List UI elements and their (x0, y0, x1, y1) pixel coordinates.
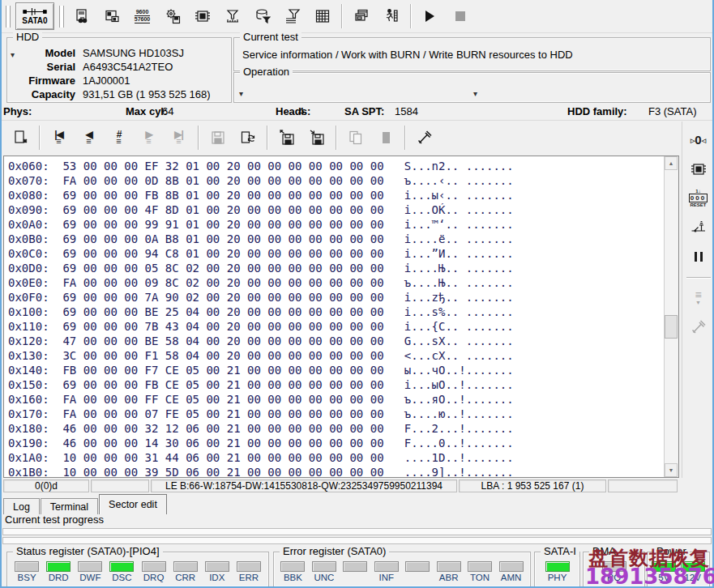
settings-button[interactable] (157, 2, 187, 31)
register-lamp: IDX (205, 561, 229, 582)
register-lamp: 5V (652, 561, 676, 582)
lamp-indicator (374, 561, 399, 572)
hex-row[interactable]: 0x180: 46 00 00 00 32 12 06 00 21 00 00 … (8, 421, 678, 436)
hex-row[interactable]: 0x090: 69 00 00 00 4F 8D 01 00 20 00 00 … (8, 202, 678, 217)
toolbar-grip[interactable] (6, 6, 11, 28)
utility-select-button[interactable] (97, 2, 127, 31)
lamp-label: TON (470, 573, 490, 582)
hex-row[interactable]: 0x080: 69 00 00 00 FB 8B 01 00 20 00 00 … (8, 188, 678, 202)
sector-object-icon (12, 130, 28, 146)
hdd-port-combo-arrow[interactable] (11, 48, 22, 58)
tools-icon (417, 130, 433, 146)
hex-row[interactable]: 0x190: 46 00 00 00 14 30 06 00 21 00 00 … (8, 436, 678, 450)
passport-icon (75, 8, 91, 24)
scroll-up-button[interactable] (665, 156, 678, 170)
lamp-label: PHY (548, 573, 567, 582)
hex-row[interactable]: 0x0C0: 69 00 00 00 94 C8 01 00 20 00 00 … (8, 246, 678, 261)
prev-sector-button[interactable]: ◀≡ (74, 123, 104, 152)
hex-row[interactable]: 0x1B0: 10 00 00 00 39 5D 06 00 21 00 00 … (8, 465, 678, 478)
toolbar-grip[interactable] (59, 6, 64, 28)
drive-power-button[interactable] (686, 215, 712, 240)
paste-icon (378, 130, 394, 146)
status-segment: 0(0)d (3, 479, 89, 492)
next-sector-button: ▶≡ (134, 123, 164, 152)
lamp-indicator (405, 561, 430, 572)
hex-row[interactable]: 0x140: FB 00 00 00 F7 CE 05 00 21 00 00 … (8, 363, 678, 377)
hex-row[interactable]: 0x110: 69 00 00 00 7B 43 04 00 20 00 00 … (8, 319, 678, 334)
hex-row[interactable]: 0x130: 3C 00 00 00 F1 58 04 00 20 00 00 … (8, 348, 678, 363)
drive-passport-button[interactable] (67, 2, 97, 31)
chip-icon (690, 161, 707, 177)
chip-button[interactable] (187, 2, 217, 31)
hex-row[interactable]: 0x100: 69 00 00 00 BE 25 04 00 20 00 00 … (8, 305, 678, 319)
hex-row[interactable]: 0x070: FA 00 00 00 0D 8B 01 00 20 00 00 … (8, 173, 678, 188)
operation-combo-arrow-1[interactable] (239, 87, 250, 96)
scroll-down-button[interactable] (665, 463, 678, 477)
register-lamp: ERR (237, 561, 261, 582)
funnel-lines-icon (284, 8, 301, 24)
reload-sector-button[interactable] (233, 123, 263, 152)
first-sector-icon: |◀≡ (54, 131, 63, 145)
hdd-info-row: Firmware1AJ00001 (7, 74, 226, 87)
hex-row[interactable]: 0x0E0: FA 00 00 00 09 8C 02 00 20 00 00 … (8, 275, 678, 290)
lamp-indicator (602, 561, 626, 572)
save-to-file-button[interactable] (271, 123, 301, 152)
hex-row[interactable]: 0x150: 69 00 00 00 FB CE 05 00 21 00 00 … (8, 377, 678, 392)
register-lamp: AMN (499, 561, 524, 582)
windows-button[interactable] (346, 2, 376, 31)
hdd-info-value: 1AJ00001 (83, 74, 130, 87)
tab-terminal[interactable]: Terminal (41, 498, 98, 514)
chip-resources-button[interactable] (686, 157, 712, 181)
running-man-icon (383, 8, 400, 24)
new-sector-object-button[interactable] (5, 123, 35, 152)
first-sector-button[interactable]: |◀≡ (44, 123, 74, 152)
tab-sector-edit[interactable]: Sector edit (99, 494, 167, 514)
goto-sector-button[interactable]: #≡ (104, 123, 134, 152)
prev-sector-icon: ◀≡ (85, 131, 92, 145)
table-view-button[interactable] (307, 2, 337, 31)
sector-hex-editor[interactable]: 0x060: 53 00 00 00 EF 32 01 00 20 00 00 … (3, 156, 679, 478)
register-lamp (405, 561, 430, 573)
scroll-thumb[interactable] (665, 315, 678, 339)
cascade-windows-icon (353, 8, 370, 24)
lamp-label: AMN (501, 573, 522, 582)
current-test-value: Service information / Work with BURN / W… (234, 38, 710, 61)
port-select-button[interactable]: SATA0 (15, 2, 54, 30)
hex-row[interactable]: 0x060: 53 00 00 00 EF 32 01 00 20 00 00 … (8, 159, 678, 173)
start-task-button[interactable] (415, 2, 445, 31)
lamp-label: ERR (239, 573, 259, 582)
hex-row[interactable]: 0x0B0: 69 00 00 00 0A B8 01 00 20 00 00 … (8, 232, 678, 246)
hex-row[interactable]: 0x0D0: 69 00 00 00 05 8C 02 00 20 00 00 … (8, 261, 678, 275)
copy-sector-button (340, 123, 370, 152)
operation-combo-arrow-2[interactable] (473, 87, 485, 96)
sector-tools-button[interactable] (409, 123, 439, 152)
hex-row[interactable]: 0x0F0: 69 00 00 00 7A 90 02 00 20 00 00 … (8, 290, 678, 305)
data-filter-button[interactable] (277, 2, 307, 31)
load-from-file-button[interactable] (301, 123, 331, 152)
hdd-info-value: SAMSUNG HD103SJ (83, 46, 184, 60)
hex-row[interactable]: 0x0A0: 69 00 00 00 99 91 01 00 20 00 00 … (8, 217, 678, 232)
hex-row[interactable]: 0x170: FA 00 00 00 07 FE 05 00 21 00 00 … (8, 407, 678, 421)
tab-log[interactable]: Log (3, 498, 40, 514)
hex-row[interactable]: 0x1A0: 10 00 00 00 31 44 06 00 21 00 00 … (8, 450, 678, 465)
hex-row[interactable]: 0x160: FA 00 00 00 FF CE 05 00 21 00 00 … (8, 392, 678, 407)
data-resources-button[interactable] (247, 2, 277, 31)
pause-task-button[interactable] (686, 245, 712, 269)
save-sector-button (203, 123, 233, 152)
main-toolbar-buttons: 960057600 (67, 2, 475, 31)
hdd-family-value: F3 (SATA) (648, 104, 696, 120)
run-script-button[interactable] (376, 2, 406, 31)
tests-button[interactable] (217, 2, 247, 31)
power-icon (690, 219, 707, 236)
status-segment: LE B:66-W:18754-DW:1415530818-QW:2325349… (151, 479, 457, 492)
hex-row[interactable]: 0x120: 47 00 00 00 BE 58 04 00 20 00 00 … (8, 334, 678, 348)
main-toolbar: SATA0 960057600 (0, 0, 714, 33)
vertical-scrollbar[interactable] (664, 156, 678, 477)
port-speed-button[interactable]: 960057600 (127, 2, 157, 31)
stop-task-button (445, 2, 475, 31)
drive-reset-button[interactable]: 1↓000RESET (686, 186, 712, 211)
drive-zero-track-button[interactable]: ▷0◁ (686, 128, 712, 152)
status-segment (608, 479, 678, 492)
lamp-label: UNC (314, 573, 334, 582)
toolbar-separator (404, 126, 405, 150)
